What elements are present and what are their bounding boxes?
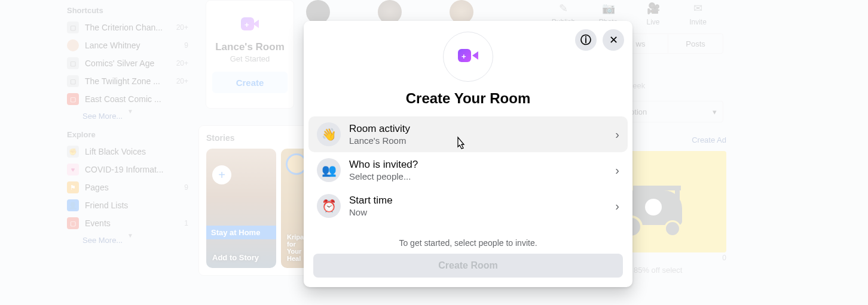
wave-icon: 👋 bbox=[317, 122, 341, 146]
shortcut-label: Lance Whitney bbox=[85, 41, 182, 50]
modal-hint: To get started, select people to invite. bbox=[304, 238, 632, 248]
invite-action[interactable]: ✉Invite bbox=[680, 0, 716, 26]
explore-item[interactable]: ✊ Lift Black Voices bbox=[59, 143, 193, 161]
info-icon: ⓘ bbox=[580, 33, 591, 47]
explore-item[interactable]: ♥ COVID-19 Informat... bbox=[59, 161, 193, 178]
chevron-right-icon: › bbox=[615, 128, 619, 141]
plus-icon: + bbox=[212, 165, 231, 184]
see-more-link[interactable]: See More... bbox=[59, 108, 193, 124]
info-button[interactable]: ⓘ bbox=[575, 29, 597, 51]
avatar-icon bbox=[67, 39, 79, 51]
shortcut-item[interactable]: Lance Whitney 9 bbox=[59, 36, 193, 54]
tab-posts[interactable]: Posts bbox=[668, 34, 723, 53]
group-icon: ▢ bbox=[67, 75, 79, 87]
live-action[interactable]: 🎥Live bbox=[635, 0, 671, 26]
explore-item[interactable]: 👤 Friend Lists bbox=[59, 196, 193, 214]
group-icon: ▢ bbox=[67, 57, 79, 69]
group-icon: ▢ bbox=[67, 21, 79, 33]
add-story-card[interactable]: + Stay at Home Add to Story bbox=[206, 149, 276, 268]
explore-label: Lift Black Voices bbox=[85, 147, 188, 156]
camera-icon: 📷 bbox=[600, 0, 617, 17]
shortcut-badge: 20+ bbox=[176, 59, 188, 67]
create-button[interactable]: Create bbox=[212, 72, 288, 93]
room-card-title: Lance's Room bbox=[206, 41, 294, 53]
video-plus-icon: + bbox=[458, 49, 478, 64]
shortcut-label: East Coast Comic ... bbox=[85, 94, 188, 104]
shortcut-label: Comics' Silver Age bbox=[85, 58, 174, 68]
shortcut-badge: 20+ bbox=[176, 23, 188, 32]
caret-down-icon: ▼ bbox=[127, 232, 133, 239]
option-subtitle: Now bbox=[349, 207, 615, 217]
friends-icon: 👤 bbox=[67, 199, 79, 211]
calendar-icon: ▢ bbox=[67, 93, 79, 105]
option-title: Who is invited? bbox=[349, 159, 615, 171]
explore-label: Friend Lists bbox=[85, 201, 188, 210]
flag-icon: ⚑ bbox=[67, 181, 79, 193]
friend-avatar[interactable] bbox=[450, 0, 473, 24]
explore-badge: 1 bbox=[184, 219, 188, 227]
hero-circle: + bbox=[443, 32, 493, 82]
see-more-link[interactable]: See More... bbox=[59, 232, 193, 248]
close-icon: ✕ bbox=[609, 33, 618, 47]
explore-item[interactable]: ⚑ Pages 9 bbox=[59, 178, 193, 196]
pencil-icon: ✎ bbox=[555, 0, 572, 17]
close-button[interactable]: ✕ bbox=[603, 29, 624, 51]
shortcut-badge: 9 bbox=[184, 41, 188, 50]
fist-icon: ✊ bbox=[67, 146, 79, 158]
heart-icon: ♥ bbox=[67, 164, 79, 175]
modal-options: 👋 Room activity Lance's Room › 👥 Who is … bbox=[308, 116, 628, 224]
explore-item[interactable]: ▢ Events 1 bbox=[59, 214, 193, 232]
modal-title: Create Your Room bbox=[406, 90, 531, 107]
shortcut-item[interactable]: ▢ The Criterion Chan... 20+ bbox=[59, 19, 193, 36]
caret-down-icon: ▼ bbox=[127, 108, 133, 115]
left-sidebar: Shortcuts ▢ The Criterion Chan... 20+ La… bbox=[59, 0, 193, 248]
shortcut-item[interactable]: ▢ Comics' Silver Age 20+ bbox=[59, 54, 193, 72]
explore-label: Pages bbox=[85, 183, 182, 192]
clock-icon: ⏰ bbox=[317, 194, 341, 218]
who-invited-option[interactable]: 👥 Who is invited? Select people... › bbox=[308, 152, 628, 188]
room-card-subtitle: Get Started bbox=[206, 54, 294, 63]
live-icon: 🎥 bbox=[645, 0, 662, 17]
option-title: Room activity bbox=[349, 123, 615, 135]
create-room-button[interactable]: Create Room bbox=[313, 254, 623, 278]
invite-icon: ✉ bbox=[690, 0, 707, 17]
shortcuts-heading: Shortcuts bbox=[67, 6, 193, 15]
calendar-icon: ▢ bbox=[67, 217, 79, 229]
shortcut-item[interactable]: ▢ The Twilight Zone ... 20+ bbox=[59, 72, 193, 90]
shortcut-label: The Twilight Zone ... bbox=[85, 76, 174, 86]
shortcut-label: The Criterion Chan... bbox=[85, 23, 174, 32]
friend-avatar[interactable] bbox=[378, 0, 402, 24]
shortcut-item[interactable]: ▢ East Coast Comic ... bbox=[59, 90, 193, 108]
add-story-label: Add to Story bbox=[212, 253, 270, 262]
action-label: Invite bbox=[689, 18, 707, 26]
explore-label: Events bbox=[85, 218, 182, 228]
room-card: + Lance's Room Get Started Create bbox=[206, 0, 294, 109]
option-title: Start time bbox=[349, 195, 615, 207]
option-subtitle: Lance's Room bbox=[349, 135, 615, 146]
room-activity-option[interactable]: 👋 Room activity Lance's Room › bbox=[308, 116, 628, 152]
chevron-right-icon: › bbox=[615, 199, 619, 213]
shortcut-badge: 20+ bbox=[176, 77, 188, 85]
start-time-option[interactable]: ⏰ Start time Now › bbox=[308, 188, 628, 224]
create-room-modal: ⓘ ✕ + Create Your Room 👋 Room activity L… bbox=[304, 21, 632, 287]
explore-label: COVID-19 Informat... bbox=[85, 165, 188, 174]
action-label: Live bbox=[646, 18, 659, 26]
story-banner: Stay at Home bbox=[206, 226, 276, 239]
chevron-right-icon: › bbox=[615, 164, 619, 177]
option-subtitle: Select people... bbox=[349, 171, 615, 181]
video-plus-icon: + bbox=[241, 17, 259, 30]
people-icon: 👥 bbox=[317, 158, 341, 182]
create-ad-link[interactable]: Create Ad bbox=[692, 135, 726, 144]
friend-avatar[interactable] bbox=[306, 0, 330, 24]
caret-down-icon: ▾ bbox=[713, 107, 717, 116]
explore-badge: 9 bbox=[184, 183, 188, 192]
explore-heading: Explore bbox=[67, 130, 193, 139]
